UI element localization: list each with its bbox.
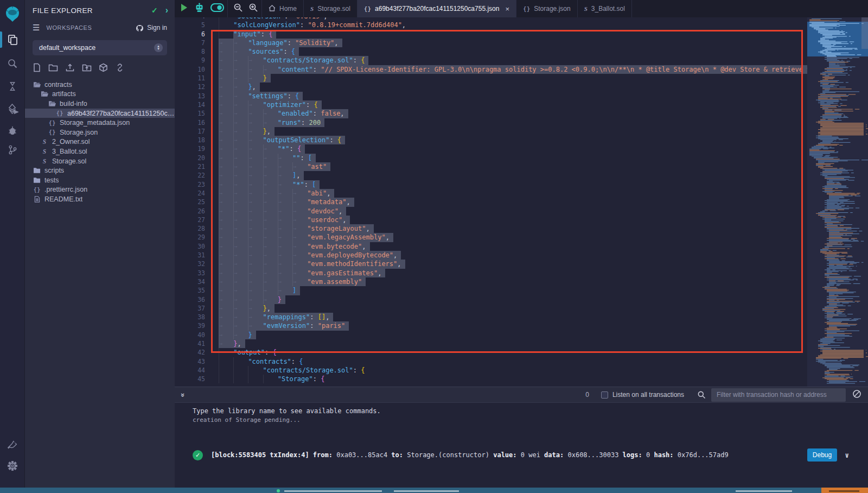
listen-all-checkbox[interactable] xyxy=(601,391,608,399)
code-line-13[interactable]: 13→→"settings": { xyxy=(175,92,807,100)
code-line-37[interactable]: 37→→→}, xyxy=(175,304,807,313)
code-line-29[interactable]: 29→→→→→→"evm.legacyAssembly", xyxy=(175,233,807,242)
workspace-select[interactable]: default_workspace ▲▼ xyxy=(33,40,167,55)
terminal-output[interactable]: Type the library name to see available c… xyxy=(175,403,868,487)
run-script-play-icon[interactable] xyxy=(180,3,188,14)
debugger-icon[interactable] xyxy=(6,124,19,137)
code-line-44[interactable]: 44"contracts/Storage.sol": { xyxy=(175,366,807,375)
ai-toggle-switch[interactable] xyxy=(210,3,224,14)
search-icon[interactable] xyxy=(6,57,19,70)
code-line-24[interactable]: 24→→→→→→"abi", xyxy=(175,189,807,198)
code-line-18[interactable]: 18→→→"outputSelection": { xyxy=(175,136,807,144)
code-line-34[interactable]: 34→→→→→→"evm.assembly" xyxy=(175,277,807,286)
upload-file-icon[interactable] xyxy=(65,63,75,74)
tree-item-readme-txt[interactable]: README.txt xyxy=(25,194,175,204)
code-line-16[interactable]: 16→→→→"runs": 200 xyxy=(175,118,807,127)
code-editor[interactable]: 4"solcVersion": "0.8.19",5"solcLongVersi… xyxy=(175,17,868,387)
tree-item-2-owner-sol[interactable]: S2_Owner.sol xyxy=(25,137,175,147)
code-line-36[interactable]: 36→→→→} xyxy=(175,295,807,304)
solidity-compiler-icon[interactable] xyxy=(6,80,19,93)
deploy-run-icon[interactable] xyxy=(6,102,19,115)
remix-logo-icon[interactable] xyxy=(3,4,22,24)
code-line-21[interactable]: 21→→→→→→"ast" xyxy=(175,162,807,171)
ipfs-cube-icon[interactable] xyxy=(99,63,108,74)
tree-item-storage-sol[interactable]: SStorage.sol xyxy=(25,156,175,166)
zoom-out-icon[interactable] xyxy=(233,3,243,15)
tab-home[interactable]: Home xyxy=(262,0,304,17)
tab-storage-json[interactable]: {}Storage.json xyxy=(516,0,578,17)
code-line-23[interactable]: 23→→→→→"*": [ xyxy=(175,180,807,189)
code-line-17[interactable]: 17→→→}, xyxy=(175,127,807,136)
tab-a69b43f277ba20fcac141151250ca755-json[interactable]: {}a69b43f277ba20fcac141151250ca755.json× xyxy=(358,0,516,17)
tree-item-artifacts[interactable]: artifacts xyxy=(25,90,175,99)
indent-tab: → xyxy=(263,233,278,242)
tree-item-tests[interactable]: tests xyxy=(25,175,175,185)
code-line-12[interactable]: 12→→}, xyxy=(175,83,807,91)
github-signin-button[interactable]: Sign in xyxy=(136,24,167,31)
code-line-27[interactable]: 27→→→→→→"userdoc", xyxy=(175,216,807,224)
code-line-26[interactable]: 26→→→→→→"devdoc", xyxy=(175,207,807,216)
code-line-40[interactable]: 40→→} xyxy=(175,331,807,339)
tab-close-icon[interactable]: × xyxy=(505,5,509,13)
code-line-38[interactable]: 38→→→"remappings": [], xyxy=(175,313,807,321)
code-line-32[interactable]: 32→→→→→→"evm.methodIdentifiers", xyxy=(175,260,807,268)
tree-item--prettierrc-json[interactable]: {}.prettierrc.json xyxy=(25,185,175,195)
code-line-25[interactable]: 25→→→→→→"metadata", xyxy=(175,198,807,206)
debug-button[interactable]: Debug xyxy=(807,448,837,462)
code-line-9[interactable]: 9→→→"contracts/Storage.sol": { xyxy=(175,56,807,65)
code-line-8[interactable]: 8→→"sources": { xyxy=(175,47,807,56)
zoom-in-icon[interactable] xyxy=(248,3,258,15)
transaction-filter-input[interactable] xyxy=(711,388,846,402)
code-line-28[interactable]: 28→→→→→→"storageLayout", xyxy=(175,224,807,233)
code-line-15[interactable]: 15→→→→"enabled": false, xyxy=(175,109,807,118)
upload-folder-icon[interactable] xyxy=(82,63,92,74)
code-line-35[interactable]: 35→→→→→] xyxy=(175,286,807,295)
settings-gear-icon[interactable] xyxy=(6,459,19,472)
line-number: 13 xyxy=(175,92,205,100)
panel-expand-chevron-icon[interactable]: › xyxy=(165,5,168,15)
code-line-19[interactable]: 19→→→→"*": { xyxy=(175,144,807,153)
tree-item-contracts[interactable]: contracts xyxy=(25,80,175,90)
code-line-30[interactable]: 30→→→→→→"evm.bytecode", xyxy=(175,242,807,251)
git-icon[interactable] xyxy=(6,143,19,156)
terminal-collapse-icon[interactable]: » xyxy=(179,393,187,396)
tree-item-build-info[interactable]: build-info xyxy=(25,99,175,109)
plugin-manager-icon[interactable] xyxy=(6,439,19,452)
code-line-31[interactable]: 31→→→→→→"evm.deployedBytecode", xyxy=(175,251,807,260)
ai-robot-icon[interactable] xyxy=(194,3,205,15)
code-line-20[interactable]: 20→→→→→"": [ xyxy=(175,154,807,162)
tree-item-a69b43f277ba20fcac141151250ca7-[interactable]: {}a69b43f277ba20fcac141151250ca7... xyxy=(25,109,175,118)
tx-expand-chevron-icon[interactable]: ∨ xyxy=(845,451,849,459)
code-line-14[interactable]: 14→→→"optimizer": { xyxy=(175,100,807,109)
code-line-11[interactable]: 11→→→} xyxy=(175,74,807,83)
tree-item-3-ballot-sol[interactable]: S3_Ballot.sol xyxy=(25,147,175,156)
tree-item-scripts[interactable]: scripts xyxy=(25,166,175,175)
code-line-10[interactable]: 10→→→→"content": "// SPDX-License-Identi… xyxy=(175,65,807,74)
code-line-6[interactable]: 6"input": { xyxy=(175,30,807,39)
tree-item-storage-json[interactable]: {}Storage.json xyxy=(25,128,175,137)
code-line-41[interactable]: 41→}, xyxy=(175,339,807,348)
tab-storage-sol[interactable]: SStorage.sol xyxy=(304,0,358,17)
tree-item-storage-metadata-json[interactable]: {}Storage_metadata.json xyxy=(25,118,175,128)
tab-3-ballot-sol[interactable]: S3_Ballot.sol xyxy=(578,0,632,17)
editor-scrollbar-thumb[interactable] xyxy=(861,17,868,49)
new-file-icon[interactable] xyxy=(33,63,41,74)
terminal-search-icon[interactable] xyxy=(697,390,706,399)
indent-tab: → xyxy=(248,162,263,171)
code-line-7[interactable]: 7→→"language": "Solidity", xyxy=(175,39,807,47)
file-explorer-icon[interactable] xyxy=(6,33,19,46)
transaction-log-row[interactable]: ✓ [block:5583405 txIndex:4] from: 0xa03.… xyxy=(193,448,849,462)
code-line-5[interactable]: 5"solcLongVersion": "0.8.19+commit.7dd6d… xyxy=(175,21,807,29)
clear-console-icon[interactable] xyxy=(852,389,861,401)
link-icon[interactable] xyxy=(115,63,125,74)
code-line-22[interactable]: 22→→→→→], xyxy=(175,171,807,180)
minimap[interactable] xyxy=(807,17,868,387)
code-line-33[interactable]: 33→→→→→→"evm.gasEstimates", xyxy=(175,269,807,277)
workspaces-menu-icon[interactable]: ☰ xyxy=(33,23,40,33)
code-line-39[interactable]: 39→→→"evmVersion": "paris" xyxy=(175,321,807,330)
code-line-42[interactable]: 42"output": { xyxy=(175,348,807,357)
code-line-45[interactable]: 45"Storage": { xyxy=(175,375,807,383)
status-alert-segment[interactable] xyxy=(821,488,868,493)
code-line-43[interactable]: 43"contracts": { xyxy=(175,357,807,366)
new-folder-icon[interactable] xyxy=(48,63,58,74)
